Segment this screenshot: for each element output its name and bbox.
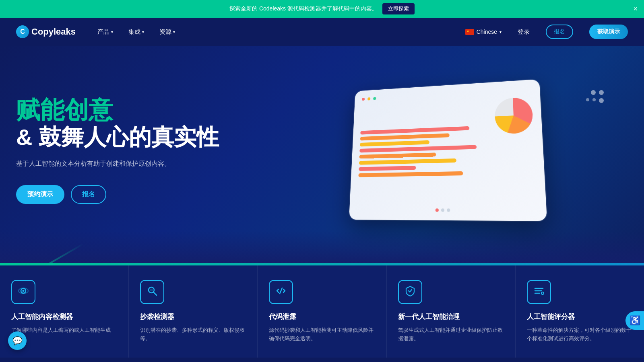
hero-content: 赋能创意 & 鼓舞人心的真实性 基于人工智能的文本分析有助于创建和保护原创内容。… bbox=[16, 97, 258, 204]
feature-title: 人工智能评分器 bbox=[527, 312, 633, 321]
hero-buttons: 预约演示 报名 bbox=[16, 185, 258, 204]
ai-governance-icon bbox=[405, 285, 416, 299]
hero-title-accent: 赋能创意 bbox=[16, 97, 258, 123]
plagiarism-icon bbox=[147, 285, 158, 299]
bar bbox=[359, 145, 477, 152]
navbar: C Copyleaks 产品 ▾ 集成 ▾ 资源 ▾ Chinese ▾ 登录 … bbox=[0, 18, 644, 46]
tablet-dot-green bbox=[373, 97, 376, 100]
banner-text: 探索全新的 Codeleaks 源代码检测器并了解代码中的内容。 bbox=[229, 5, 378, 12]
feature-card-plagiarism: 抄袭检测器 识别潜在的抄袭、多种形式的释义、版权侵权等。 bbox=[129, 265, 258, 358]
accessibility-icon: ♿ bbox=[630, 315, 640, 326]
bar bbox=[360, 133, 449, 140]
language-label: Chinese bbox=[477, 29, 497, 35]
feature-icon-wrap bbox=[527, 280, 551, 304]
tablet-dot-indicator bbox=[447, 208, 450, 212]
svg-point-10 bbox=[541, 292, 544, 294]
feature-desc: 驾驭生成式人工智能并通过企业级保护防止数据泄露。 bbox=[398, 326, 504, 343]
hero-section: 赋能创意 & 鼓舞人心的真实性 基于人工智能的文本分析有助于创建和保护原创内容。… bbox=[0, 46, 644, 263]
feature-desc: 源代码抄袭和人工智能检测可主动降低风险并确保代码完全透明。 bbox=[269, 326, 375, 343]
tablet-dot-red bbox=[362, 98, 365, 101]
explore-button[interactable]: 立即探索 bbox=[382, 3, 415, 14]
tablet-dot-indicator bbox=[436, 208, 439, 212]
chevron-down-icon: ▾ bbox=[111, 30, 113, 34]
decoration-dot bbox=[599, 90, 604, 95]
feature-card-ai-governance: 新一代人工智能治理 驾驭生成式人工智能并通过企业级保护防止数据泄露。 bbox=[387, 265, 516, 358]
decoration-dot bbox=[592, 98, 596, 101]
hero-subtitle: 基于人工智能的文本分析有助于创建和保护原创内容。 bbox=[16, 158, 258, 169]
feature-desc: 了解哪些内容是人工编写的或人工智能生成的。 bbox=[11, 326, 117, 343]
feature-title: 新一代人工智能治理 bbox=[398, 312, 504, 321]
decoration-dot bbox=[586, 98, 589, 101]
hero-image bbox=[258, 74, 628, 227]
feature-title: 抄袭检测器 bbox=[140, 312, 246, 321]
chevron-down-icon: ▾ bbox=[173, 30, 175, 34]
nav-resources[interactable]: 资源 ▾ bbox=[158, 25, 177, 39]
ai-grader-icon bbox=[533, 285, 545, 299]
feature-card-ai-grader: 人工智能评分器 一种革命性的解决方案，可对各个级别的数千个标准化测试进行高效评分… bbox=[516, 265, 644, 358]
code-leak-icon bbox=[275, 285, 287, 299]
svg-line-4 bbox=[153, 292, 157, 295]
tablet-dots-bottom bbox=[357, 208, 537, 212]
dot-decoration bbox=[586, 90, 604, 103]
hero-demo-button[interactable]: 预约演示 bbox=[16, 185, 64, 204]
decoration-dot bbox=[599, 98, 604, 103]
top-banner: 探索全新的 Codeleaks 源代码检测器并了解代码中的内容。 立即探索 × bbox=[0, 0, 644, 18]
feature-title: 人工智能内容检测器 bbox=[11, 312, 117, 321]
feature-icon-wrap bbox=[269, 280, 293, 304]
bar bbox=[359, 158, 456, 165]
tablet-dot-indicator bbox=[441, 208, 444, 212]
feature-desc: 识别潜在的抄袭、多种形式的释义、版权侵权等。 bbox=[140, 326, 246, 343]
hero-signup-button[interactable]: 报名 bbox=[71, 185, 106, 204]
demo-button[interactable]: 获取演示 bbox=[589, 25, 628, 39]
login-button[interactable]: 登录 bbox=[518, 28, 530, 36]
bar bbox=[359, 166, 416, 171]
chevron-down-icon: ▾ bbox=[142, 30, 144, 34]
decoration-dot bbox=[591, 90, 596, 95]
bar bbox=[360, 140, 429, 147]
logo-text: Copyleaks bbox=[31, 27, 76, 37]
svg-point-1 bbox=[23, 290, 25, 292]
feature-icon-wrap bbox=[11, 280, 35, 304]
chinese-flag-icon bbox=[465, 29, 474, 35]
chat-button[interactable]: 💬 bbox=[8, 331, 27, 350]
nav-products[interactable]: 产品 ▾ bbox=[96, 25, 115, 39]
close-banner-button[interactable]: × bbox=[633, 5, 638, 12]
hero-title-main: & 鼓舞人心的真实性 bbox=[16, 123, 258, 150]
logo-icon: C bbox=[16, 25, 29, 38]
feature-desc: 一种革命性的解决方案，可对各个级别的数千个标准化测试进行高效评分。 bbox=[527, 326, 633, 343]
logo[interactable]: C Copyleaks bbox=[16, 25, 76, 38]
feature-card-code-leak: 代码泄露 源代码抄袭和人工智能检测可主动降低风险并确保代码完全透明。 bbox=[258, 265, 386, 358]
bar bbox=[358, 171, 463, 177]
features-section: 人工智能内容检测器 了解哪些内容是人工编写的或人工智能生成的。 抄袭检测器 识别… bbox=[0, 265, 644, 358]
tablet-illustration bbox=[349, 79, 547, 221]
nav-integrations[interactable]: 集成 ▾ bbox=[127, 25, 146, 39]
chat-icon: 💬 bbox=[12, 336, 23, 346]
signup-button[interactable]: 报名 bbox=[546, 25, 573, 39]
pie-chart bbox=[494, 97, 533, 134]
feature-icon-wrap bbox=[398, 280, 422, 304]
svg-line-6 bbox=[280, 288, 282, 294]
feature-icon-wrap bbox=[140, 280, 164, 304]
language-selector[interactable]: Chinese ▾ bbox=[465, 29, 502, 35]
tablet-dot-yellow bbox=[367, 97, 370, 101]
bar bbox=[359, 152, 436, 158]
bar-chart bbox=[357, 99, 492, 204]
accessibility-button[interactable]: ♿ bbox=[625, 311, 644, 330]
feature-title: 代码泄露 bbox=[269, 312, 375, 321]
chart-area bbox=[357, 97, 537, 204]
chevron-down-icon: ▾ bbox=[500, 30, 502, 34]
ai-detector-icon bbox=[18, 285, 29, 299]
